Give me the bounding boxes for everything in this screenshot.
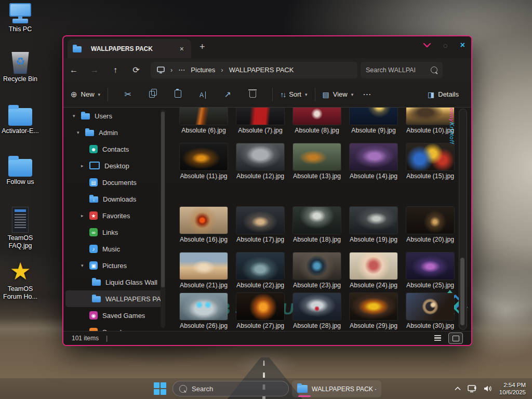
file-name: Absolute (28).jpg [293,322,341,329]
start-button[interactable] [154,382,166,395]
main-scrollbar[interactable] [459,109,467,330]
file-item[interactable]: Absolute (14).jpg [350,143,397,180]
cut-button[interactable]: ✂ [115,89,140,99]
search-input[interactable]: Search WALLPAI [361,62,443,78]
sidebar-item[interactable]: ▾ ▣ Pictures [65,257,162,274]
volume-icon[interactable] [484,385,493,392]
desktop-icon-teamos-faq[interactable]: TeamOSFAQ.jpg [0,207,41,250]
sidebar-item[interactable]: ▤ Documents [65,174,162,191]
new-tab-button[interactable]: + [200,42,205,52]
file-item[interactable]: Absolute (11).jpg [180,143,228,180]
file-item[interactable]: Absolute (26).jpg [180,293,228,329]
file-item[interactable]: Absolute (29).jpg [350,293,397,329]
delete-button[interactable] [240,89,265,100]
file-item[interactable]: Absolute (24).jpg [350,252,397,289]
taskbar-app-file-explorer[interactable]: WALLPAPERS PACK - File [292,380,381,397]
file-item[interactable]: Absolute (15).jpg [406,143,454,180]
desktop-icon-recycle-bin[interactable]: ♻ Recycle Bin [0,52,41,83]
desktop-icon-follow-us[interactable]: Follow us [0,155,41,186]
sidebar-item[interactable]: WALLPAPERS PA [65,290,162,307]
share-button[interactable]: ↗ [215,89,240,99]
rename-button[interactable]: A [190,90,215,99]
file-name: Absolute (25).jpg [406,282,454,289]
file-item[interactable]: Absolute (22).jpg [236,252,284,289]
file-name: Absolute (10).jpg [406,127,454,134]
refresh-button[interactable]: ⟳ [126,65,147,75]
copy-button[interactable] [140,89,165,100]
forward-button[interactable]: → [84,65,105,75]
file-item[interactable]: Absolute (21).jpg [180,252,228,289]
sidebar-item[interactable]: ♪ Music [65,241,162,257]
search-icon[interactable] [431,66,437,73]
list-view-button[interactable] [431,332,444,343]
file-item[interactable]: Absolute (19).jpg [350,207,397,243]
more-options-button[interactable]: ⋯ [363,89,371,99]
file-item[interactable]: Absolute (20).jpg [406,207,454,243]
sidebar-item[interactable]: ▾ Users [65,108,162,124]
tree-item-icon [89,162,100,169]
tree-chevron-icon[interactable]: ▾ [81,263,89,268]
tray-chevron-up-icon[interactable] [455,387,461,391]
tree-chevron-icon[interactable]: ▸ [81,163,89,168]
thumbnail-view-button[interactable] [448,332,463,344]
file-item[interactable]: Absolute (28).jpg [293,293,341,329]
desktop-icon-activator[interactable]: Activator-E... [0,104,41,135]
breadcrumb-item-pictures[interactable]: Pictures [191,66,215,74]
file-item[interactable]: Absolute (10).jpg [406,108,454,134]
minimize-button[interactable] [423,43,431,48]
tab-close-icon[interactable]: × [178,45,186,53]
file-item[interactable]: Absolute (13).jpg [293,143,341,180]
taskbar-search[interactable]: Search [172,381,289,396]
file-item[interactable]: Absolute (23).jpg [293,252,341,289]
file-item[interactable]: Absolute (8).jpg [293,108,341,134]
file-item[interactable]: Absolute (18).jpg [293,207,341,243]
sidebar-item[interactable]: ▸ Desktop [65,157,162,174]
desktop-icon-teamos-forum[interactable]: ★ TeamOSForum Ho... [0,259,41,301]
tree-chevron-icon[interactable]: ▾ [73,113,81,118]
file-item[interactable]: Absolute (12).jpg [236,143,284,180]
new-button[interactable]: ⊕ New ▾ [71,90,100,99]
file-item[interactable]: Absolute (6).jpg [180,108,228,134]
breadcrumb[interactable]: › ⋯ Pictures › WALLPAPERS PACK [151,62,357,78]
sidebar-item[interactable]: Liquid Glass Wall [65,274,162,290]
file-item[interactable]: Absolute (30).jpg [406,293,454,329]
tree-chevron-icon[interactable]: ▸ [81,213,89,218]
sidebar-item[interactable]: ▸ ★ Favorites [65,207,162,224]
tree-item-label: Documents [102,179,137,187]
desktop-icon-this-pc[interactable]: This PC [0,3,41,33]
file-thumbnail [293,207,341,234]
back-button[interactable]: ← [63,65,84,75]
sidebar-item[interactable]: ↓ Downloads [65,191,162,207]
file-item[interactable]: Absolute (9).jpg [350,108,397,134]
file-item[interactable]: Absolute (17).jpg [236,207,284,243]
details-button[interactable]: ◨ Details [428,90,459,99]
active-app-indicator [298,395,311,397]
tab-wallpapers-pack[interactable]: WALLPAPERS PACK × [68,39,191,58]
sidebar-scrollbar-thumb[interactable] [161,112,165,287]
sidebar-item[interactable]: ▸ ○ Searches [65,324,162,331]
maximize-button[interactable]: ◌ [443,41,448,50]
file-item[interactable]: Absolute (27).jpg [236,293,284,329]
sidebar-item[interactable]: ◉ Saved Games [65,307,162,324]
view-button[interactable]: ▤ View ▾ [323,90,354,99]
sort-button[interactable]: ↑↓ Sort ▾ [280,90,307,99]
taskbar-clock[interactable]: 2:54 PM 10/6/2025 [499,381,526,396]
search-placeholder: Search WALLPAI [366,66,431,74]
file-item[interactable]: Absolute (25).jpg [406,252,454,289]
network-icon[interactable] [468,385,477,393]
file-item[interactable]: Absolute (16).jpg [180,207,228,243]
tree-chevron-icon[interactable]: ▾ [77,130,85,135]
sidebar-scrollbar[interactable] [161,110,165,328]
file-item[interactable]: Absolute (7).jpg [236,108,284,134]
screen: This PC ♻ Recycle Bin Activator-E... Fol… [0,0,532,399]
sidebar-item[interactable]: ∞ Links [65,224,162,241]
sidebar-item[interactable]: ☻ Contacts [65,141,162,157]
close-button[interactable]: × [460,41,465,50]
breadcrumb-ellipsis[interactable]: ⋯ [178,66,185,74]
breadcrumb-item-wallpapers-pack[interactable]: WALLPAPERS PACK [229,66,294,74]
paste-button[interactable] [165,89,190,100]
up-button[interactable]: ↑ [105,65,126,75]
copy-icon [149,89,157,98]
sidebar-item[interactable]: ▾ Admin [65,124,162,141]
main-scrollbar-thumb[interactable] [460,258,464,325]
